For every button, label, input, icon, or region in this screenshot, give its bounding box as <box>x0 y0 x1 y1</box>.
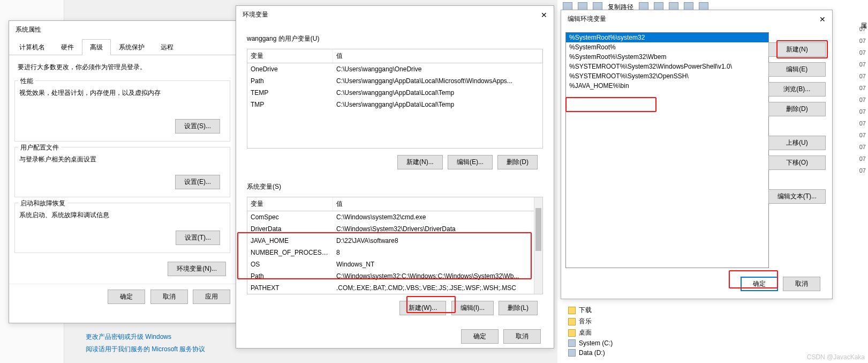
tree-system-c[interactable]: System (C:) <box>568 338 613 348</box>
admin-note: 要进行大多数更改，你必须作为管理员登录。 <box>9 55 236 75</box>
tab-0[interactable]: 计算机名 <box>11 39 53 55</box>
tree-desktop[interactable]: 桌面 <box>568 327 613 338</box>
bg-link-1[interactable]: 更改产品密钥或升级 Windows <box>86 332 205 342</box>
folder-icon <box>568 318 576 325</box>
close-icon[interactable]: ✕ <box>541 11 547 19</box>
edit-env-var-dialog: 编辑环境变量 ✕ %SystemRoot%\system32%SystemRoo… <box>561 10 833 299</box>
table-row[interactable]: PathC:\Windows\system32;C:\Windows;C:\Wi… <box>247 270 542 282</box>
edit-button[interactable]: 编辑(E) <box>768 62 826 77</box>
date-column: 07070707070707070707070707 <box>859 25 866 178</box>
perf-settings-button[interactable]: 设置(S)... <box>175 119 220 134</box>
new-button[interactable]: 新建(N) <box>768 42 826 57</box>
cancel-button[interactable]: 取消 <box>783 277 820 291</box>
table-row[interactable]: TEMPC:\Users\wanggang\AppData\Local\Temp <box>247 87 542 99</box>
ok-button[interactable]: 确定 <box>108 290 145 304</box>
user-vars-label: wanggang 的用户变量(U) <box>236 24 554 46</box>
path-list[interactable]: %SystemRoot%\system32%SystemRoot%%System… <box>565 32 769 268</box>
group-label: 用户配置文件 <box>18 143 61 152</box>
table-row[interactable]: OSWindows_NT <box>247 258 542 270</box>
group-label: 性能 <box>18 77 35 86</box>
tree-data-d[interactable]: Data (D:) <box>568 348 613 358</box>
start-text: 系统启动、系统故障和调试信息 <box>19 208 225 227</box>
table-row[interactable]: TMPC:\Users\wanggang\AppData\Local\Temp <box>247 99 542 110</box>
table-row[interactable]: JAVA_HOMED:\22\JAVA\software8 <box>247 235 542 247</box>
table-row[interactable]: DriverDataC:\Windows\System32\Drivers\Dr… <box>247 223 542 235</box>
tree-downloads[interactable]: 下载 <box>568 305 613 316</box>
titlebar: 环境变量 ✕ <box>236 6 554 24</box>
titlebar: 系统属性 <box>9 21 236 39</box>
tab-2[interactable]: 高级 <box>82 39 111 55</box>
list-header: 变量 值 <box>247 197 542 211</box>
col-var[interactable]: 变量 <box>247 197 333 211</box>
delete-button[interactable]: 删除(D) <box>768 102 826 116</box>
cancel-button[interactable]: 取消 <box>503 329 541 344</box>
browse-button[interactable]: 浏览(B)... <box>768 82 826 97</box>
titlebar: 编辑环境变量 ✕ <box>561 10 832 28</box>
background-links: 更改产品密钥或升级 Windows 阅读适用于我们服务的 Microsoft 服… <box>75 327 216 359</box>
table-row[interactable]: ComSpecC:\Windows\system32\cmd.exe <box>247 211 542 223</box>
performance-group: 性能 视觉效果，处理器计划，内存使用，以及虚拟内存 设置(S)... <box>14 80 230 142</box>
sys-edit-button[interactable]: 编辑(I)... <box>451 301 494 315</box>
list-header: 变量 值 <box>247 49 542 63</box>
group-label: 启动和故障恢复 <box>18 199 67 208</box>
right-edge-label: 属 <box>861 21 867 31</box>
tab-3[interactable]: 系统保护 <box>111 39 153 55</box>
disk-icon <box>568 349 576 357</box>
list-item[interactable]: %SystemRoot% <box>566 42 768 52</box>
tree-music[interactable]: 音乐 <box>568 316 613 327</box>
dialog-title: 编辑环境变量 <box>568 14 606 24</box>
edit-text-button[interactable]: 编辑文本(T)... <box>768 189 826 204</box>
table-row[interactable]: NUMBER_OF_PROCESSORS8 <box>247 247 542 258</box>
cancel-button[interactable]: 取消 <box>150 290 188 304</box>
system-properties-dialog: 系统属性 计算机名硬件高级系统保护远程 要进行大多数更改，你必须作为管理员登录。… <box>9 20 236 323</box>
sys-delete-button[interactable]: 删除(L) <box>499 301 538 315</box>
tab-row: 计算机名硬件高级系统保护远程 <box>9 39 236 55</box>
move-up-button[interactable]: 上移(U) <box>768 136 826 150</box>
list-item[interactable]: %SYSTEMROOT%\System32\WindowsPowerShell\… <box>566 62 768 71</box>
col-var[interactable]: 变量 <box>247 49 333 63</box>
scrollbar[interactable] <box>534 197 542 294</box>
bg-link-2[interactable]: 阅读适用于我们服务的 Microsoft 服务协议 <box>86 345 205 354</box>
list-item[interactable]: %SystemRoot%\System32\Wbem <box>566 52 768 62</box>
sys-vars-list[interactable]: 变量 值 ComSpecC:\Windows\system32\cmd.exeD… <box>247 197 543 294</box>
nav-tree: 下载 音乐 桌面 System (C:) Data (D:) <box>568 305 613 358</box>
list-item[interactable]: %JAVA_HOME%\bin <box>566 81 768 91</box>
env-vars-dialog: 环境变量 ✕ wanggang 的用户变量(U) 变量 值 OneDriveC:… <box>236 5 554 349</box>
dialog-title: 环境变量 <box>243 10 268 19</box>
sys-vars-label: 系统变量(S) <box>236 173 554 194</box>
scroll-thumb[interactable] <box>535 208 541 251</box>
list-item[interactable]: %SystemRoot%\system32 <box>566 33 768 42</box>
col-val[interactable]: 值 <box>333 49 542 63</box>
profile-settings-button[interactable]: 设置(E)... <box>175 175 220 189</box>
user-edit-button[interactable]: 编辑(E)... <box>448 155 493 169</box>
tab-4[interactable]: 远程 <box>153 39 182 55</box>
startup-settings-button[interactable]: 设置(T)... <box>176 231 220 245</box>
table-row[interactable]: PATHEXT.COM;.EXE;.BAT;.CMD;.VBS;.VBE;.JS… <box>247 282 542 294</box>
table-row[interactable]: PathC:\Users\wanggang\AppData\Local\Micr… <box>247 75 542 87</box>
tab-1[interactable]: 硬件 <box>53 39 82 55</box>
apply-button[interactable]: 应用 <box>193 290 230 304</box>
watermark: CSDN @JavacKaka <box>807 353 865 361</box>
perf-text: 视觉效果，处理器计划，内存使用，以及虚拟内存 <box>19 85 225 116</box>
list-item[interactable]: %SYSTEMROOT%\System32\OpenSSH\ <box>566 71 768 81</box>
folder-icon <box>568 329 576 337</box>
env-vars-button[interactable]: 环境变量(N)... <box>168 262 226 276</box>
startup-recovery-group: 启动和故障恢复 系统启动、系统故障和调试信息 设置(T)... <box>14 203 230 253</box>
ok-button[interactable]: 确定 <box>741 277 778 291</box>
col-val[interactable]: 值 <box>333 197 542 211</box>
prof-text: 与登录帐户相关的桌面设置 <box>19 152 225 172</box>
table-row[interactable]: OneDriveC:\Users\wanggang\OneDrive <box>247 63 542 75</box>
dialog-title: 系统属性 <box>16 25 41 34</box>
user-vars-list[interactable]: 变量 值 OneDriveC:\Users\wanggang\OneDriveP… <box>247 49 543 149</box>
move-down-button[interactable]: 下移(O) <box>768 155 826 170</box>
user-profiles-group: 用户配置文件 与登录帐户相关的桌面设置 设置(E)... <box>14 147 230 197</box>
disk-icon <box>568 339 576 347</box>
user-new-button[interactable]: 新建(N)... <box>397 155 443 169</box>
user-delete-button[interactable]: 删除(D) <box>497 155 538 169</box>
sys-new-button[interactable]: 新建(W)... <box>399 301 446 315</box>
right-buttons: 新建(N) 编辑(E) 浏览(B)... 删除(D) 上移(U) 下移(O) 编… <box>768 42 826 204</box>
close-icon[interactable]: ✕ <box>819 15 826 24</box>
folder-icon <box>568 307 576 314</box>
ok-button[interactable]: 确定 <box>461 329 499 344</box>
